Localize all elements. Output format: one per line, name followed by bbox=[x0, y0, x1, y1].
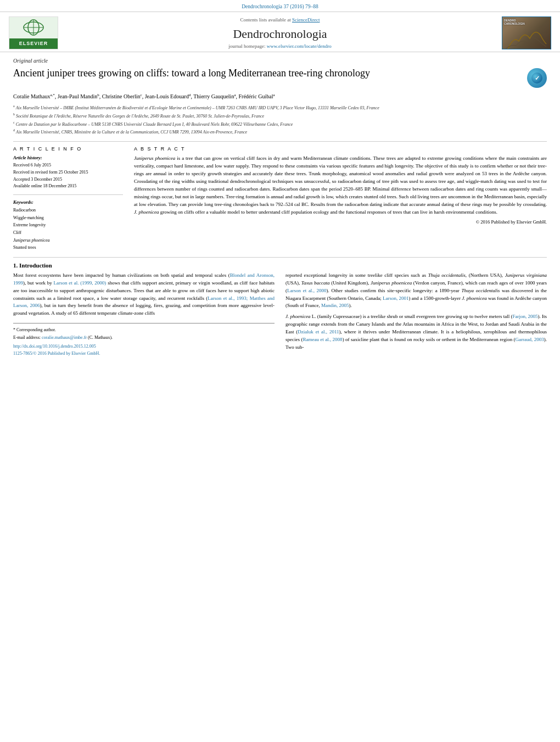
intro-col-left: Most forest ecosystems have been impacte… bbox=[13, 272, 275, 357]
contents-text: Contents lists available at ScienceDirec… bbox=[69, 17, 491, 23]
article-history-heading: Article history: bbox=[13, 155, 123, 160]
homepage-url[interactable]: www.elsevier.com/locate/dendro bbox=[267, 43, 332, 49]
sciencedirect-link[interactable]: ScienceDirect bbox=[292, 17, 320, 23]
email-footnote: E-mail address: coralie.mathaux@imbe.fr … bbox=[13, 334, 275, 341]
doi-url[interactable]: http://dx.doi.org/10.1016/j.dendro.2015.… bbox=[13, 344, 96, 349]
ref-larson-2001[interactable]: Larson, 2001 bbox=[383, 295, 409, 301]
doi-link[interactable]: Dendrochronologia 37 (2016) 79–88 bbox=[242, 4, 318, 9]
keywords-heading: Keywords: bbox=[13, 199, 123, 205]
ref-larson-1999[interactable]: Larson et al. (1999, 2000) bbox=[54, 280, 107, 286]
journal-homepage: journal homepage: www.elsevier.com/locat… bbox=[69, 43, 491, 49]
divider-1 bbox=[13, 141, 547, 142]
intro-p2: reported exceptional longevity in some t… bbox=[285, 272, 547, 310]
intro-heading: 1. Introduction bbox=[13, 262, 547, 269]
affiliations: a Aix Marseille Université – IMBE (Insti… bbox=[13, 104, 547, 136]
main-content: Original article Ancient juniper trees g… bbox=[0, 52, 560, 368]
article-title: Ancient juniper trees growing on cliffs:… bbox=[13, 67, 520, 80]
intro-p1: Most forest ecosystems have been impacte… bbox=[13, 272, 275, 318]
ref-blondel[interactable]: Blondel and Aronson, 1999 bbox=[13, 272, 275, 286]
intro-p3: J. phoenicea L. (family Cupressaceae) is… bbox=[285, 313, 547, 352]
top-bar: Dendrochronologia 37 (2016) 79–88 bbox=[0, 0, 560, 12]
introduction-section: 1. Introduction Most forest ecosystems h… bbox=[13, 262, 547, 357]
article-info-section: A R T I C L E I N F O Article history: R… bbox=[13, 146, 123, 252]
journal-thumb-image: DENDROCHRONOLOGIA bbox=[502, 17, 551, 49]
copyright: © 2016 Published by Elsevier GmbH. bbox=[134, 219, 547, 225]
intro-col-right: reported exceptional longevity in some t… bbox=[285, 272, 547, 357]
elsevier-logo: ELSEVIER bbox=[9, 16, 58, 49]
title-section: Ancient juniper trees growing on cliffs:… bbox=[13, 67, 547, 88]
keyword-3: Extreme longevity bbox=[13, 221, 123, 229]
ref-mandin[interactable]: Mandin, 2005 bbox=[321, 303, 349, 308]
affiliation-b: b Société Botanique de l'Ardèche, Réserv… bbox=[13, 112, 547, 120]
journal-center: Contents lists available at ScienceDirec… bbox=[58, 17, 502, 49]
authors: Coralie Mathauxa,*, Jean-Paul Mandinb, C… bbox=[13, 92, 547, 101]
ref-farjon[interactable]: Farjon, 2005 bbox=[513, 314, 538, 319]
abstract-section: A B S T R A C T Juniperus phoenicea is a… bbox=[134, 146, 547, 252]
issn-text: 1125-7865/© 2016 Published by Elsevier G… bbox=[13, 351, 100, 356]
journal-thumbnail: DENDROCHRONOLOGIA bbox=[502, 16, 551, 49]
email-link[interactable]: coralie.mathaux@imbe.fr bbox=[42, 335, 87, 340]
received-date: Received 6 July 2015 bbox=[13, 162, 123, 169]
keyword-6: Stunted trees bbox=[13, 244, 123, 252]
affiliation-a: a Aix Marseille Université – IMBE (Insti… bbox=[13, 104, 547, 111]
revised-date: Received in revised form 25 October 2015 bbox=[13, 169, 123, 176]
available-date: Available online 18 December 2015 bbox=[13, 183, 123, 190]
keyword-2: Wiggle-matching bbox=[13, 214, 123, 222]
ref-larson-1993[interactable]: Larson et al., 1993; Matthes and Larson,… bbox=[13, 295, 275, 309]
footnote-area: * Corresponding author. E-mail address: … bbox=[13, 323, 275, 341]
article-dates: Received 6 July 2015 Received in revised… bbox=[13, 162, 123, 190]
intro-body: Most forest ecosystems have been impacte… bbox=[13, 272, 547, 357]
corresponding-author: * Corresponding author. bbox=[13, 327, 275, 333]
article-info-abstract: A R T I C L E I N F O Article history: R… bbox=[13, 146, 547, 252]
affiliation-c: c Centre de Datation par le Radiocarbone… bbox=[13, 120, 547, 128]
svg-text:✓: ✓ bbox=[535, 75, 540, 81]
keyword-1: Radiocarbon bbox=[13, 207, 123, 214]
keyword-4: Cliff bbox=[13, 229, 123, 237]
divider-2 bbox=[13, 257, 547, 258]
affiliation-d: d Aix Marseille Université, CNRS, Minist… bbox=[13, 128, 547, 136]
elsevier-logo-graphic bbox=[9, 17, 58, 38]
ref-larson-2000[interactable]: Larson et al., 2000 bbox=[287, 288, 327, 293]
abstract-heading: A B S T R A C T bbox=[134, 146, 547, 152]
crossmark-badge[interactable]: ✓ bbox=[527, 68, 547, 88]
article-info-heading: A R T I C L E I N F O bbox=[13, 146, 123, 152]
divider-info bbox=[13, 194, 123, 195]
accepted-date: Accepted 3 December 2015 bbox=[13, 176, 123, 183]
elsevier-name: ELSEVIER bbox=[9, 38, 58, 49]
article-type: Original article bbox=[13, 58, 547, 64]
keywords-list: Radiocarbon Wiggle-matching Extreme long… bbox=[13, 207, 123, 252]
journal-header: ELSEVIER Contents lists available at Sci… bbox=[0, 12, 560, 52]
doi-section: http://dx.doi.org/10.1016/j.dendro.2015.… bbox=[13, 343, 275, 357]
abstract-text: Juniperus phoenicea is a tree that can g… bbox=[134, 155, 547, 216]
ref-garraud[interactable]: Garraud, 2003 bbox=[516, 337, 544, 342]
keyword-5: Juniperus phoenicea bbox=[13, 237, 123, 244]
ref-dzialuk[interactable]: Dzialuk et al., 2011 bbox=[298, 329, 339, 334]
ref-rameau[interactable]: Rameau et al., 2008 bbox=[303, 337, 342, 342]
journal-name: Dendrochronologia bbox=[69, 27, 491, 41]
